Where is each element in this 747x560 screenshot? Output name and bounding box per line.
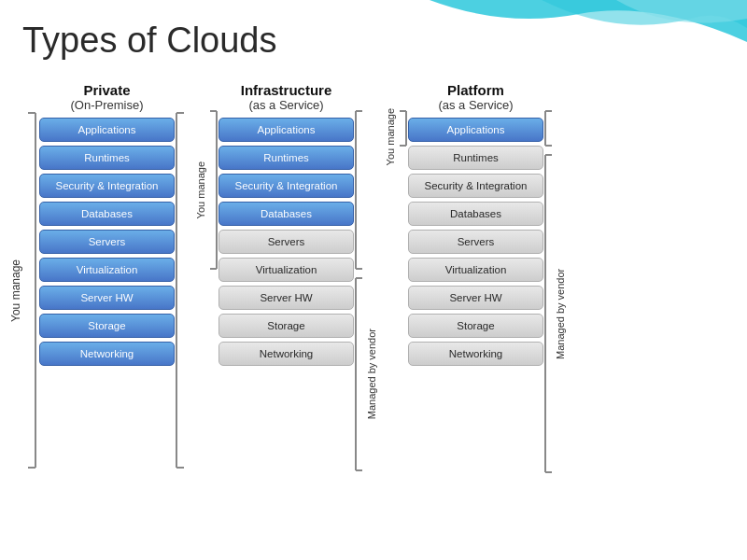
list-item: Servers xyxy=(408,230,543,254)
infra-column-header: Infrastructure (as a Service) xyxy=(241,82,332,112)
list-item: Virtualization xyxy=(39,258,175,282)
list-item: Networking xyxy=(218,342,354,366)
page-title: Types of Clouds xyxy=(22,21,276,61)
platform-managed-by-vendor-label: Managed by vendor xyxy=(555,152,566,475)
list-item: Applications xyxy=(218,118,354,142)
infra-you-manage-label: You manage xyxy=(195,161,206,218)
list-item: Networking xyxy=(39,342,175,366)
list-item: Runtimes xyxy=(218,146,354,170)
infra-managed-by-vendor-label: Managed by vendor xyxy=(366,329,377,419)
list-item: Security & Integration xyxy=(39,174,175,198)
list-item: Runtimes xyxy=(408,146,543,170)
list-item: Storage xyxy=(408,314,543,338)
private-column-header: Private (On-Premise) xyxy=(70,82,143,112)
platform-you-manage-label: You manage xyxy=(385,108,396,165)
list-item: Servers xyxy=(218,230,354,254)
list-item: Applications xyxy=(408,118,543,142)
platform-column-header: Platform (as a Service) xyxy=(438,82,513,112)
private-you-manage-label: You manage xyxy=(9,259,22,322)
list-item: Storage xyxy=(39,314,175,338)
list-item: Security & Integration xyxy=(408,174,543,198)
list-item: Server HW xyxy=(39,286,175,310)
list-item: Applications xyxy=(39,118,175,142)
list-item: Server HW xyxy=(408,286,543,310)
private-stack: Applications Runtimes Security & Integra… xyxy=(39,118,175,366)
list-item: Virtualization xyxy=(408,258,543,282)
list-item: Runtimes xyxy=(39,146,175,170)
list-item: Databases xyxy=(39,202,175,226)
list-item: Security & Integration xyxy=(218,174,354,198)
list-item: Databases xyxy=(408,202,543,226)
list-item: Networking xyxy=(408,342,543,366)
list-item: Virtualization xyxy=(218,258,354,282)
infra-stack: Applications Runtimes Security & Integra… xyxy=(218,118,354,366)
list-item: Databases xyxy=(218,202,354,226)
list-item: Server HW xyxy=(218,286,354,310)
platform-stack: Applications Runtimes Security & Integra… xyxy=(408,118,543,366)
list-item: Storage xyxy=(218,314,354,338)
list-item: Servers xyxy=(39,230,175,254)
